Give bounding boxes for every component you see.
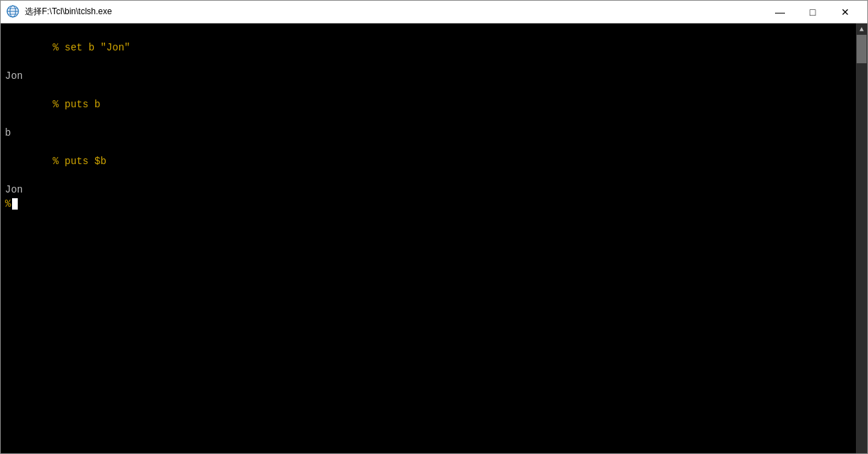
cmd-3: puts b	[65, 99, 100, 110]
terminal-line-4: b	[5, 126, 852, 140]
prompt-5: %	[53, 156, 65, 167]
window: 选择F:\Tcl\bin\tclsh.exe — □ ✕ % set b "Jo…	[0, 0, 868, 454]
terminal-cursor	[12, 198, 18, 210]
scrollbar-thumb[interactable]	[857, 35, 867, 63]
title-bar: 选择F:\Tcl\bin\tclsh.exe — □ ✕	[1, 1, 867, 23]
cmd-5: puts $b	[65, 156, 106, 167]
prompt-1: %	[53, 42, 65, 53]
terminal-content[interactable]: % set b "Jon" Jon % puts b b % puts $b J…	[1, 23, 856, 453]
svg-point-5	[7, 6, 18, 17]
prompt-current: %	[5, 197, 11, 211]
window-title: 选择F:\Tcl\bin\tclsh.exe	[25, 6, 764, 18]
maximize-button[interactable]: □	[796, 1, 829, 23]
scrollbar[interactable]: ▲	[856, 23, 867, 453]
terminal-line-3: % puts b	[5, 83, 852, 126]
cmd-1: set b "Jon"	[65, 42, 130, 53]
scrollbar-arrow-up[interactable]: ▲	[856, 23, 867, 35]
prompt-3: %	[53, 99, 65, 110]
terminal-line-6: Jon	[5, 183, 852, 197]
terminal-line-5: % puts $b	[5, 140, 852, 183]
terminal-prompt-line: %	[5, 197, 852, 211]
terminal-line-1: % set b "Jon"	[5, 26, 852, 69]
terminal-line-2: Jon	[5, 69, 852, 83]
minimize-button[interactable]: —	[764, 1, 796, 23]
title-bar-controls: — □ ✕	[764, 1, 862, 23]
close-button[interactable]: ✕	[829, 1, 862, 23]
terminal-wrapper: % set b "Jon" Jon % puts b b % puts $b J…	[1, 23, 867, 453]
app-icon	[6, 5, 21, 19]
